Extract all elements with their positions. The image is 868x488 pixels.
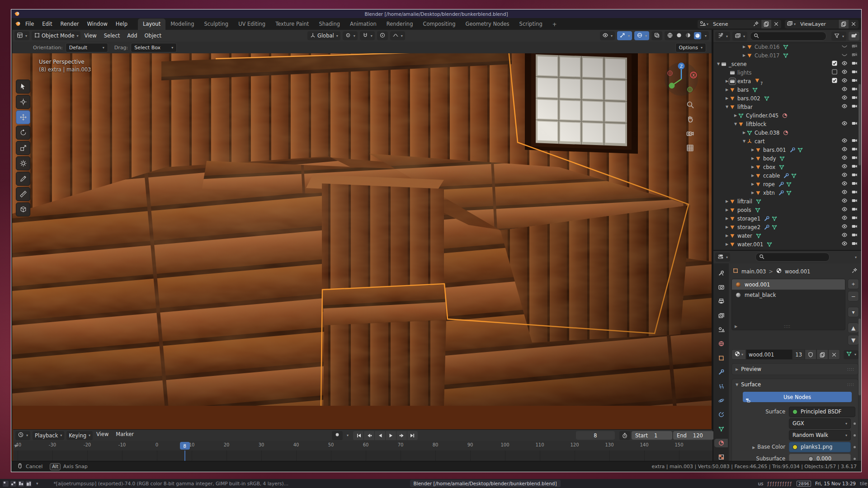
outliner-row-cart[interactable]: ▼cart xyxy=(713,137,861,145)
eye-toggle[interactable] xyxy=(841,240,848,248)
zoom-icon[interactable] xyxy=(686,100,694,111)
outliner-row-liftblock[interactable]: ▼liftblock xyxy=(713,120,861,128)
workspace-tab-uv-editing[interactable]: UV Editing xyxy=(233,19,270,30)
fake-user-shield-button[interactable] xyxy=(805,349,816,360)
panel-grip-icon[interactable]: :::: xyxy=(847,367,854,371)
camera-toggle[interactable] xyxy=(851,103,858,111)
properties-tab-modifiers[interactable] xyxy=(714,368,728,376)
next-keyframe-button[interactable] xyxy=(396,431,407,440)
scene-name[interactable]: Scene xyxy=(710,21,751,27)
properties-tab-constraints[interactable] xyxy=(714,411,728,419)
taskbar-clock[interactable]: Fri, 15 Nov 13:29 xyxy=(815,481,856,486)
tray-clipped-item[interactable]: tile xyxy=(860,481,868,486)
viewport-menu-view[interactable]: View xyxy=(80,33,100,39)
caret-closed-icon[interactable]: ▶ xyxy=(733,113,738,117)
surface-shader-field[interactable]: Principled BSDF xyxy=(789,407,855,417)
outliner-row-bars[interactable]: ▶bars xyxy=(713,85,861,94)
taskbar-blender-window-button[interactable]: Blender [/home/amalie/Desktop/blender/bu… xyxy=(410,480,561,487)
outliner-row-cube.017[interactable]: ▶Cube.017 xyxy=(713,51,861,60)
properties-tab-texture[interactable] xyxy=(714,453,728,461)
blender-app-menu-icon[interactable] xyxy=(15,20,21,28)
proportional-falloff-button[interactable]: ▾ xyxy=(390,31,405,40)
navigation-gizmo[interactable]: Z X xyxy=(664,61,699,97)
caret-closed-icon[interactable]: ▶ xyxy=(742,45,746,49)
breadcrumb-object[interactable]: main.003 xyxy=(741,268,766,275)
caret-closed-icon[interactable]: ▶ xyxy=(750,182,755,186)
eye-toggle[interactable] xyxy=(841,232,848,239)
viewlayer-name[interactable]: ViewLayer xyxy=(797,21,838,27)
orientation-selector[interactable]: Global▾ xyxy=(307,31,340,40)
workspace-4-icon[interactable] xyxy=(26,481,32,487)
properties-search-input[interactable] xyxy=(755,253,830,262)
camera-toggle[interactable] xyxy=(851,155,858,162)
eye-toggle[interactable] xyxy=(841,103,848,111)
tray-meter[interactable]: 2896 xyxy=(797,481,811,487)
timeline-track[interactable] xyxy=(13,450,712,461)
use-nodes-button[interactable]: Use Nodes xyxy=(743,392,852,402)
workspace-tab-rendering[interactable]: Rendering xyxy=(382,19,418,30)
camera-toggle[interactable] xyxy=(851,223,858,231)
viewlayer-browse-icon[interactable]: ▾ xyxy=(785,20,797,28)
outliner-row-bars.001[interactable]: ▶bars.001 xyxy=(713,145,861,154)
preview-panel-header[interactable]: ▶ Preview :::: xyxy=(732,364,858,375)
overlays-toggle-button[interactable]: ▾ xyxy=(634,31,649,40)
material-slot-wood.001[interactable]: wood.001 xyxy=(732,279,845,290)
outliner-row-extra[interactable]: ▶extra7 xyxy=(713,77,861,85)
add-workspace-button[interactable]: + xyxy=(547,19,562,30)
workspace-tab-compositing[interactable]: Compositing xyxy=(418,19,460,30)
menu-edit[interactable]: Edit xyxy=(38,19,56,29)
tool-scale-button[interactable] xyxy=(16,141,30,155)
camera-view-icon[interactable] xyxy=(686,129,694,140)
workspace-tab-texture-paint[interactable]: Texture Paint xyxy=(270,19,314,30)
eye-closed-toggle[interactable] xyxy=(841,52,848,59)
jump-end-button[interactable] xyxy=(407,431,418,440)
browse-material-button[interactable]: ▾ xyxy=(731,349,746,360)
outliner-editor-type-button[interactable]: ▾ xyxy=(715,32,730,41)
workspace-1-icon[interactable] xyxy=(3,481,9,487)
timeline-expand-icon[interactable]: ▶ xyxy=(15,444,18,448)
outliner-row-water[interactable]: ▶water xyxy=(713,231,861,240)
outliner-row-water.001[interactable]: ▶water.001 xyxy=(713,240,861,249)
xray-toggle-button[interactable] xyxy=(651,31,662,40)
check-toggle[interactable] xyxy=(831,60,838,68)
caret-closed-icon[interactable]: ▶ xyxy=(725,234,729,238)
caret-closed-icon[interactable]: ▶ xyxy=(750,148,755,152)
workspace-tab-shading[interactable]: Shading xyxy=(314,19,345,30)
playhead[interactable]: 8 xyxy=(180,442,190,450)
camera-toggle[interactable] xyxy=(851,137,858,145)
frame-start-field[interactable]: Start1 xyxy=(632,431,672,440)
orientation-dropdown[interactable]: Default▾ xyxy=(66,43,108,52)
eye-toggle[interactable] xyxy=(841,206,848,214)
tool-select-box-button[interactable] xyxy=(16,80,30,94)
camera-toggle[interactable] xyxy=(851,146,858,154)
title-bar[interactable]: Blender [/home/amalie/Desktop/blender/bu… xyxy=(11,9,861,18)
viewport-menu-add[interactable]: Add xyxy=(123,33,141,39)
eye-toggle[interactable] xyxy=(841,120,848,128)
menu-window[interactable]: Window xyxy=(83,19,111,29)
caret-open-icon[interactable]: ▼ xyxy=(742,139,746,143)
outliner-row-cbox[interactable]: ▶cbox xyxy=(713,163,861,171)
outliner-row-pools[interactable]: ▶pools xyxy=(713,206,861,214)
outliner-row-liftbar[interactable]: ▼liftbar xyxy=(713,103,861,111)
timeline-editor-type-button[interactable]: ▾ xyxy=(15,431,30,440)
pan-hand-icon[interactable] xyxy=(686,115,694,125)
scene-pin-icon[interactable] xyxy=(751,20,761,28)
options-dropdown[interactable]: Options▾ xyxy=(675,43,706,52)
shading-solid-icon[interactable] xyxy=(676,32,682,40)
timeline-menu-playback[interactable]: Playback ▾ xyxy=(33,431,64,440)
eye-toggle[interactable] xyxy=(841,60,848,68)
uncheck-toggle[interactable] xyxy=(831,69,838,76)
properties-tab-object[interactable] xyxy=(714,354,728,362)
caret-closed-icon[interactable]: ▶ xyxy=(725,242,729,246)
camera-toggle[interactable] xyxy=(851,94,858,102)
outliner-row-liftrail[interactable]: ▶liftrail xyxy=(713,197,861,206)
eye-toggle[interactable] xyxy=(841,137,848,145)
add-slot-button[interactable]: ＋ xyxy=(848,279,859,289)
caret-closed-icon[interactable]: ▶ xyxy=(750,165,755,169)
viewlayer-new-icon[interactable] xyxy=(838,20,849,28)
properties-tab-view-layer[interactable] xyxy=(714,311,728,319)
tool-add-cube-button[interactable] xyxy=(16,202,30,216)
workspace-tab-animation[interactable]: Animation xyxy=(345,19,382,30)
camera-toggle[interactable] xyxy=(851,120,858,128)
editor-type-button[interactable]: ▾ xyxy=(14,31,29,40)
